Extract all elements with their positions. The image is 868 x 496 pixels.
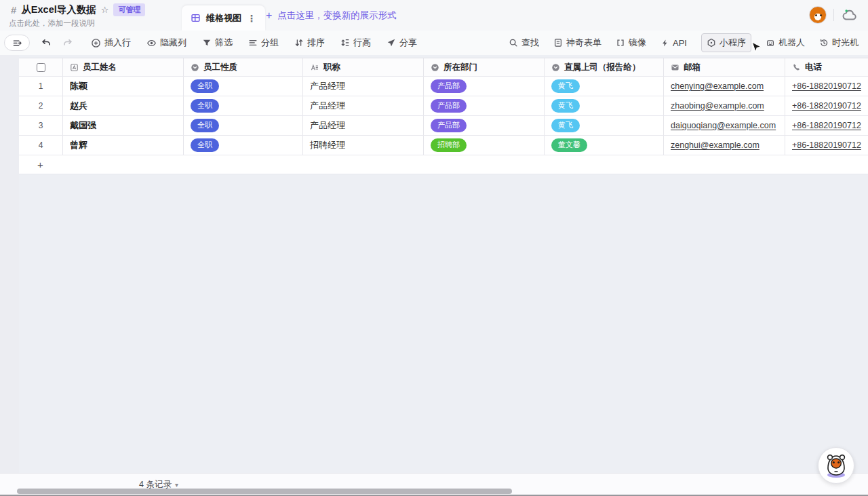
- department-tag[interactable]: 招聘部: [431, 138, 467, 151]
- api-button[interactable]: API: [660, 38, 687, 48]
- email-link[interactable]: zhaobing@example.com: [671, 101, 764, 111]
- job-title-cell[interactable]: 产品经理: [310, 80, 345, 92]
- single-select-field-icon: [551, 63, 560, 72]
- row-height-button[interactable]: 行高: [340, 37, 371, 49]
- row-number: 1: [39, 81, 43, 91]
- phone-field-icon: [792, 63, 801, 72]
- table-row[interactable]: 3 戴国强 全职 产品经理 产品部 黄飞 daiguoqiang@example…: [19, 116, 868, 136]
- favorite-star-icon[interactable]: ☆: [101, 5, 109, 15]
- filter-label: 筛选: [215, 37, 233, 49]
- phone-link[interactable]: +86-18820190712: [792, 121, 861, 130]
- supervisor-tag[interactable]: 黄飞: [551, 99, 580, 112]
- select-all-checkbox[interactable]: [37, 63, 45, 72]
- magic-form-button[interactable]: 神奇表单: [553, 37, 601, 49]
- view-menu-kebab-icon[interactable]: ⋮: [247, 14, 256, 23]
- single-select-field-icon: [191, 63, 199, 72]
- time-machine-button[interactable]: 时光机: [819, 37, 859, 49]
- grid-toolbar: 插入行 隐藏列 筛选 分组: [0, 31, 868, 55]
- widget-button[interactable]: 小程序: [701, 33, 751, 52]
- permission-badge[interactable]: 可管理: [113, 3, 145, 16]
- job-title-cell[interactable]: 招聘经理: [310, 139, 345, 151]
- redo-button[interactable]: [62, 37, 73, 48]
- supervisor-tag[interactable]: 黄飞: [551, 119, 580, 132]
- sort-arrows-icon: [294, 38, 304, 47]
- top-header-bar: # 从Excel导入数据 ☆ 可管理 点击此处，添加一段说明 维格视图 ⋮ + …: [0, 0, 868, 31]
- mirror-button[interactable]: 镜像: [616, 37, 646, 49]
- phone-link[interactable]: +86-18820190712: [792, 140, 861, 150]
- select-all-cell[interactable]: [19, 58, 63, 76]
- column-header-name[interactable]: 员工姓名: [63, 58, 184, 76]
- toggle-sidebar-button[interactable]: [4, 35, 30, 51]
- email-link[interactable]: zenghui@example.com: [671, 140, 760, 150]
- horizontal-scrollbar[interactable]: [17, 489, 512, 494]
- datasheet-description[interactable]: 点击此处，添加一段说明: [9, 18, 95, 28]
- user-avatar[interactable]: [809, 6, 827, 24]
- column-label: 电话: [805, 62, 822, 73]
- employee-name-cell[interactable]: 戴国强: [70, 119, 96, 132]
- mascot-help-button[interactable]: [818, 447, 854, 484]
- mirror-label: 镜像: [629, 37, 646, 49]
- group-lines-icon: [248, 38, 258, 47]
- plus-icon: +: [266, 9, 272, 22]
- hide-fields-label: 隐藏列: [160, 37, 186, 49]
- nature-tag[interactable]: 全职: [191, 138, 219, 151]
- robot-button[interactable]: 机器人: [766, 37, 805, 49]
- search-button[interactable]: 查找: [509, 37, 539, 49]
- table-row[interactable]: 2 赵兵 全职 产品经理 产品部 黄飞 zhaobing@example.com…: [19, 96, 868, 116]
- department-tag[interactable]: 产品部: [431, 119, 467, 132]
- column-label: 直属上司（报告给）: [564, 62, 641, 73]
- supervisor-tag[interactable]: 董文馨: [551, 138, 587, 151]
- department-tag[interactable]: 产品部: [431, 79, 467, 92]
- phone-link[interactable]: +86-18820190712: [792, 101, 861, 111]
- column-header-phone[interactable]: 电话: [785, 58, 868, 76]
- insert-row-button[interactable]: 插入行: [91, 37, 131, 49]
- undo-button[interactable]: [41, 37, 52, 48]
- phone-link[interactable]: +86-18820190712: [792, 81, 861, 91]
- job-title-cell[interactable]: 产品经理: [310, 100, 345, 112]
- email-link[interactable]: chenying@example.com: [671, 81, 764, 91]
- department-tag[interactable]: 产品部: [431, 99, 467, 112]
- column-label: 员工性质: [203, 62, 237, 73]
- magic-form-label: 神奇表单: [566, 37, 601, 49]
- column-label: 员工姓名: [83, 62, 117, 73]
- column-header-title[interactable]: 职称: [303, 58, 424, 76]
- column-label: 职称: [323, 62, 340, 73]
- add-row-plus-icon: +: [37, 159, 43, 170]
- column-label: 所在部门: [443, 62, 477, 73]
- tab-grid-view[interactable]: 维格视图 ⋮: [182, 5, 265, 31]
- robot-label: 机器人: [778, 37, 805, 49]
- table-row[interactable]: 1 陈颖 全职 产品经理 产品部 黄飞 chenying@example.com…: [19, 77, 868, 96]
- add-view-button[interactable]: + 点击这里，变换新的展示形式: [266, 9, 397, 22]
- column-header-supervisor[interactable]: 直属上司（报告给）: [545, 58, 664, 76]
- filter-button[interactable]: 筛选: [202, 37, 233, 49]
- employee-name-cell[interactable]: 赵兵: [70, 100, 87, 112]
- funnel-icon: [202, 38, 212, 47]
- mascot-icon: [821, 451, 851, 480]
- nature-tag[interactable]: 全职: [191, 79, 219, 92]
- supervisor-tag[interactable]: 黄飞: [551, 79, 580, 92]
- job-title-cell[interactable]: 产品经理: [310, 119, 345, 132]
- nature-tag[interactable]: 全职: [191, 119, 219, 132]
- datasheet-title[interactable]: 从Excel导入数据: [21, 3, 96, 16]
- employee-name-cell[interactable]: 陈颖: [70, 80, 87, 92]
- single-select-field-icon: [431, 63, 439, 72]
- row-height-icon: [340, 38, 350, 47]
- group-button[interactable]: 分组: [248, 37, 279, 49]
- column-header-email[interactable]: 邮箱: [664, 58, 785, 76]
- column-header-nature[interactable]: 员工性质: [184, 58, 303, 76]
- share-button[interactable]: 分享: [387, 37, 417, 49]
- nature-tag[interactable]: 全职: [191, 99, 219, 112]
- add-row-button[interactable]: +: [19, 155, 868, 174]
- sort-button[interactable]: 排序: [294, 37, 325, 49]
- widget-label: 小程序: [719, 37, 746, 49]
- email-link[interactable]: daiguoqiang@example.com: [671, 121, 776, 130]
- table-row[interactable]: 4 曾辉 全职 招聘经理 招聘部 董文馨 zenghui@example.com…: [19, 136, 868, 155]
- column-header-department[interactable]: 所在部门: [424, 58, 545, 76]
- email-field-icon: [671, 63, 679, 72]
- multiline-text-field-icon: [310, 63, 319, 72]
- sync-cloud-icon[interactable]: [841, 6, 859, 24]
- form-document-icon: [553, 38, 563, 47]
- hide-fields-button[interactable]: 隐藏列: [146, 37, 186, 49]
- employee-name-cell[interactable]: 曾辉: [70, 139, 87, 151]
- sort-label: 排序: [307, 37, 325, 49]
